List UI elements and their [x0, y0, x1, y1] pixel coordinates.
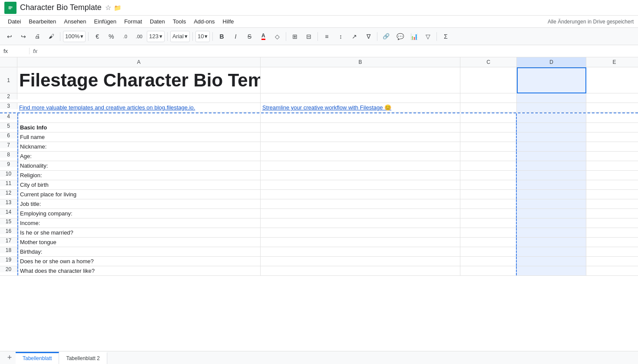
cell-d15[interactable]	[517, 218, 586, 228]
cell-c20[interactable]	[460, 266, 517, 275]
cell-b18[interactable]	[261, 247, 460, 256]
cell-c14[interactable]	[460, 209, 517, 218]
cell-b12[interactable]	[261, 190, 460, 199]
cell-e5[interactable]	[586, 123, 638, 132]
bold-button[interactable]: B	[215, 30, 228, 43]
cell-d5[interactable]	[517, 123, 586, 132]
cell-a7[interactable]: Nickname:	[17, 142, 261, 151]
cell-a13[interactable]: Job title:	[17, 199, 261, 208]
cell-d20[interactable]	[517, 266, 586, 275]
cell-d19[interactable]	[517, 257, 586, 266]
cell-d4[interactable]	[517, 113, 586, 122]
cell-c8[interactable]	[460, 152, 517, 161]
cell-c5[interactable]	[460, 123, 517, 132]
cell-b13[interactable]	[261, 199, 460, 208]
cell-b11[interactable]	[261, 180, 460, 189]
cell-d14[interactable]	[517, 209, 586, 218]
cell-d1[interactable]	[517, 67, 586, 93]
cell-e16[interactable]	[586, 228, 638, 237]
cell-d10[interactable]	[517, 171, 586, 180]
cell-e8[interactable]	[586, 152, 638, 161]
more-formats-dropdown[interactable]: 123 ▾	[147, 31, 165, 42]
cell-c13[interactable]	[460, 199, 517, 208]
valign-button[interactable]: ↕	[334, 30, 347, 43]
cell-e20[interactable]	[586, 266, 638, 275]
cell-a17[interactable]: Mother tongue	[17, 238, 261, 247]
cell-b9[interactable]	[261, 161, 460, 170]
cell-e14[interactable]	[586, 209, 638, 218]
cell-e1[interactable]	[586, 67, 638, 93]
cell-b8[interactable]	[261, 152, 460, 161]
cell-a12[interactable]: Current place for living	[17, 190, 261, 199]
cell-a2[interactable]	[17, 93, 261, 103]
decimal1-button[interactable]: .0	[119, 30, 131, 43]
cell-b1[interactable]	[261, 67, 460, 93]
cell-c17[interactable]	[460, 238, 517, 247]
menu-addons[interactable]: Add-ons	[190, 17, 218, 26]
link-2[interactable]: Streamline your creative workflow with F…	[262, 104, 391, 111]
cell-a4[interactable]	[17, 113, 261, 122]
cell-e7[interactable]	[586, 142, 638, 151]
fill-color-button[interactable]: ◇	[271, 30, 283, 43]
cell-d18[interactable]	[517, 247, 586, 256]
strikethrough-button[interactable]: S	[243, 30, 255, 43]
link-button[interactable]: 🔗	[380, 30, 392, 43]
cell-e11[interactable]	[586, 180, 638, 189]
col-header-e[interactable]: E	[586, 57, 638, 67]
comment-button[interactable]: 💬	[394, 30, 406, 43]
menu-bearbeiten[interactable]: Bearbeiten	[25, 17, 60, 26]
zoom-dropdown[interactable]: 100% ▾	[63, 31, 86, 42]
cell-b17[interactable]	[261, 238, 460, 247]
cell-e9[interactable]	[586, 161, 638, 170]
cell-e4[interactable]	[586, 113, 638, 122]
cell-a14[interactable]: Employing company:	[17, 209, 261, 218]
col-header-a[interactable]: A	[17, 57, 261, 67]
italic-button[interactable]: I	[229, 30, 241, 43]
cell-e3[interactable]	[586, 103, 638, 112]
cell-c7[interactable]	[460, 142, 517, 151]
link-1[interactable]: Find more valuable templates and creativ…	[19, 104, 195, 111]
folder-icon[interactable]: 📁	[114, 4, 121, 11]
cell-c4[interactable]	[460, 113, 517, 122]
cell-d2[interactable]	[517, 93, 586, 103]
cell-e19[interactable]	[586, 257, 638, 266]
cell-c10[interactable]	[460, 171, 517, 180]
align-button[interactable]: ≡	[321, 30, 333, 43]
cell-a9[interactable]: Nationality:	[17, 161, 261, 170]
cell-b5[interactable]	[261, 123, 460, 132]
currency-button[interactable]: €	[91, 30, 103, 43]
cell-e17[interactable]	[586, 238, 638, 247]
cell-c9[interactable]	[460, 161, 517, 170]
cell-d16[interactable]	[517, 228, 586, 237]
borders-button[interactable]: ⊞	[289, 30, 301, 43]
paint-format-button[interactable]: 🖌	[45, 30, 57, 43]
cell-a3[interactable]: Find more valuable templates and creativ…	[17, 103, 261, 112]
star-icon[interactable]: ☆	[105, 3, 111, 12]
cell-d8[interactable]	[517, 152, 586, 161]
cell-d11[interactable]	[517, 180, 586, 189]
menu-tools[interactable]: Tools	[169, 17, 189, 26]
cell-a18[interactable]: Birthday:	[17, 247, 261, 256]
cell-b19[interactable]	[261, 257, 460, 266]
cell-a8[interactable]: Age:	[17, 152, 261, 161]
cell-a15[interactable]: Income:	[17, 218, 261, 228]
cell-c1[interactable]	[460, 67, 517, 93]
cell-d12[interactable]	[517, 190, 586, 199]
cell-c3[interactable]	[460, 103, 517, 112]
cell-b20[interactable]	[261, 266, 460, 275]
cell-a10[interactable]: Religion:	[17, 171, 261, 180]
cell-a5[interactable]: Basic Info	[17, 123, 261, 132]
cell-b16[interactable]	[261, 228, 460, 237]
chart-button[interactable]: 📊	[408, 30, 420, 43]
cell-d3[interactable]	[517, 103, 586, 112]
cell-e18[interactable]	[586, 247, 638, 256]
cell-d6[interactable]	[517, 132, 586, 142]
col-header-b[interactable]: B	[261, 57, 460, 67]
menu-format[interactable]: Format	[121, 17, 145, 26]
menu-einfuegen[interactable]: Einfügen	[91, 17, 120, 26]
percent-button[interactable]: %	[105, 30, 117, 43]
cell-d9[interactable]	[517, 161, 586, 170]
sum-button[interactable]: Σ	[440, 30, 452, 43]
more-button[interactable]: ∇	[362, 30, 374, 43]
cell-e12[interactable]	[586, 190, 638, 199]
